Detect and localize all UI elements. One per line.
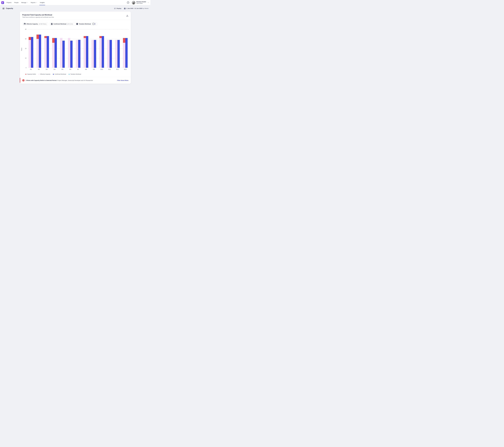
effective-capacity-segment[interactable] [99,38,102,68]
workload-bar-w7[interactable] [78,29,80,68]
workload-bar-w9[interactable] [94,29,96,68]
workload-bar-w2[interactable] [39,29,41,68]
effective-capacity-segment[interactable] [60,38,62,68]
minus-circle-icon [76,23,78,25]
display-button[interactable]: Display [114,8,121,9]
workload-bar-w10[interactable] [102,29,104,68]
capacity-deficit-segment[interactable] [29,37,31,40]
legend-effective-capacity[interactable]: Effective Capacity [38,73,50,75]
workload-bar-w11[interactable] [109,29,112,68]
alert-text: 3 Roles with Capacity Deficit in Selecte… [26,80,93,81]
capacity-bar-w4[interactable] [52,29,54,68]
confirmed-workload-segment[interactable] [47,36,49,68]
person-silhouette [132,2,135,4]
workload-bar-w5[interactable] [62,29,65,68]
account-menu[interactable]: Boxtech Studio Sam White [137,1,146,4]
effective-capacity-segment[interactable] [29,40,31,68]
nav-item-manage[interactable]: Manage [21,0,28,5]
capacity-deficit-segment[interactable] [84,36,86,38]
x-tick-w12: W12 [116,69,119,70]
effective-capacity-segment[interactable] [76,40,78,68]
legend-tentative-workload[interactable]: Tentative Workload [69,73,81,75]
capacity-bar-w7[interactable] [76,29,78,68]
confirmed-workload-segment[interactable] [102,36,104,68]
confirmed-workload-segment[interactable] [62,41,65,68]
capacity-deficit-alert: ! 3 Roles with Capacity Deficit in Selec… [20,77,131,84]
x-tick-w5: W5 [61,69,63,70]
capacity-bar-w2[interactable] [36,29,39,68]
bar-group-w8: W8 [84,29,88,68]
effective-capacity-segment[interactable] [115,40,117,68]
chevron-down-icon[interactable] [148,2,149,3]
legend-confirmed-workload[interactable]: Confirmed Workload [53,73,66,75]
capacity-bar-w8[interactable] [84,29,86,68]
menu-icon[interactable] [2,8,4,9]
capacity-bar-w3[interactable] [44,29,47,68]
confirmed-workload-segment[interactable] [125,38,128,68]
confirmed-workload-segment[interactable] [86,36,88,68]
tentative-workload-toggle[interactable] [92,23,96,25]
x-tick-w9: W9 [93,69,95,70]
confirmed-workload-segment[interactable] [109,40,112,68]
effective-capacity-filter[interactable]: Effective Capacity (All 68 Roles) [22,22,48,25]
legend-capacity-deficit[interactable]: Capacity Deficit [25,73,36,75]
effective-capacity-segment[interactable] [84,38,86,68]
capacity-deficit-segment[interactable] [36,35,39,39]
download-icon[interactable] [126,15,128,17]
calendar-icon [124,8,126,9]
confirmed-workload-segment[interactable] [39,35,41,68]
effective-capacity-segment[interactable] [52,43,54,68]
capacity-bar-w12[interactable] [115,29,117,68]
divider [130,1,131,4]
avatar[interactable] [132,1,135,4]
capacity-bar-w5[interactable] [60,29,62,68]
effective-capacity-segment[interactable] [91,40,94,68]
capacity-deficit-segment[interactable] [123,38,125,43]
nav-item-projects[interactable]: Projects [7,0,12,5]
capacity-deficit-segment[interactable] [52,38,54,43]
effective-capacity-segment[interactable] [36,39,39,68]
bar-group-w13: W13 [123,29,128,68]
y-tick-40: 40 [25,29,26,30]
capacity-chart-card: Projected Total Capacity and Workload To… [20,12,131,84]
help-icon[interactable] [127,1,129,4]
nav-item-people[interactable]: People [14,0,18,5]
capacity-bar-w13[interactable] [123,29,125,68]
effective-capacity-segment[interactable] [68,38,70,68]
capacity-bar-w1[interactable] [29,29,31,68]
app-logo[interactable]: r [1,1,4,4]
confirmed-workload-segment[interactable] [117,40,120,68]
person-circle-icon [24,23,26,25]
confirmed-workload-segment[interactable] [94,40,96,68]
workload-bar-w12[interactable] [117,29,120,68]
nav-item-reports[interactable]: Reports [31,0,37,5]
capacity-bar-w11[interactable] [107,29,109,68]
effective-capacity-segment[interactable] [107,40,109,68]
bar-group-w9: W9 [91,29,96,68]
capacity-bar-w9[interactable] [91,29,94,68]
nav-item-insights[interactable]: Insights [40,0,45,5]
workload-bar-w4[interactable] [54,29,57,68]
capacity-deficit-segment[interactable] [44,36,47,38]
effective-capacity-segment[interactable] [44,38,47,68]
workload-bar-w6[interactable] [70,29,72,68]
effective-capacity-segment[interactable] [123,43,125,68]
confirmed-workload-segment[interactable] [54,38,57,68]
capacity-bar-w6[interactable] [68,29,70,68]
capacity-bar-w10[interactable] [99,29,102,68]
workload-bar-w8[interactable] [86,29,88,68]
bar-group-w4: W4 [52,29,57,68]
workload-bar-w3[interactable] [47,29,49,68]
date-range-button[interactable]: 1 Jan 2025 - 31 Jun 2025by Weeks [124,8,149,9]
confirmed-workload-segment[interactable] [31,37,33,68]
workload-bar-w13[interactable] [125,29,128,68]
workload-bar-w1[interactable] [31,29,33,68]
filter-roles-link[interactable]: Filter these Roles [117,80,128,81]
sliders-icon [114,8,116,9]
confirmed-workload-segment[interactable] [78,40,80,68]
capacity-deficit-segment[interactable] [99,36,102,38]
confirmed-workload-segment[interactable] [70,41,72,68]
chevron-down-icon [27,2,28,3]
confirmed-workload-filter[interactable]: Confirmed Workload (All 3,211) [51,23,73,25]
chart-groups: W1W2W3W4W5W6W7W8W9W10W11W12W13 [28,29,129,68]
